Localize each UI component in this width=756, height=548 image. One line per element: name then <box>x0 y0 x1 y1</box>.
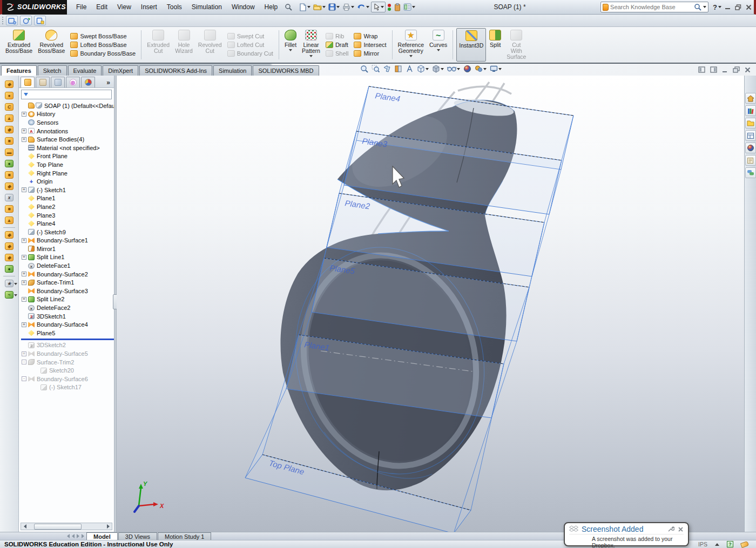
shell-button[interactable]: Shell <box>323 50 350 57</box>
new-caret-icon[interactable] <box>307 6 310 8</box>
tree-item[interactable]: (-) Sketch17 <box>20 383 114 392</box>
extruded-surface-icon[interactable]: ◆ <box>2 79 17 89</box>
tree-item[interactable]: Top Plane <box>20 160 114 169</box>
swept-boss-base-button[interactable]: Swept Boss/Base <box>68 32 138 40</box>
dropbox-notification[interactable]: Screenshot Added A screenshot was added … <box>564 522 689 546</box>
display-manager-tab[interactable] <box>81 77 95 87</box>
tree-item[interactable]: + A Annotations <box>20 127 114 136</box>
tree-item[interactable]: + Boundary-Surface4 <box>20 320 114 329</box>
expand-toggle[interactable] <box>22 120 26 125</box>
offset-surface-icon[interactable]: ● <box>2 158 17 168</box>
surface-fillet-icon[interactable]: ● <box>2 263 17 274</box>
revolved-surface-icon[interactable]: ● <box>2 90 17 100</box>
view-settings-caret-icon[interactable] <box>498 68 502 70</box>
graphics-viewport[interactable]: Plane4 Plane3 Plane2 Plane5 <box>117 76 744 532</box>
hide-show-caret-icon[interactable] <box>457 68 460 70</box>
tree-item[interactable]: Plane4 <box>20 219 114 228</box>
expand-toggle[interactable] <box>22 330 26 335</box>
document-tab[interactable]: Motion Study 1 <box>158 532 211 540</box>
featuremanager-tree-tab[interactable] <box>21 77 35 87</box>
tree-item[interactable]: + Surface Bodies(4) <box>20 135 114 144</box>
revolved-boss-base-button[interactable]: Revolved Boss/Base <box>36 28 67 62</box>
rollback-bar[interactable] <box>21 339 114 340</box>
display-style-icon[interactable] <box>431 64 445 73</box>
doc-minimize-icon[interactable] <box>722 65 728 75</box>
expand-toggle[interactable]: + <box>22 137 26 142</box>
status-lights-icon[interactable] <box>386 2 393 12</box>
print-caret-icon[interactable] <box>351 6 354 8</box>
lofted-cut-button[interactable]: Lofted Cut <box>225 41 275 49</box>
wrap-button[interactable]: Wrap <box>352 32 388 40</box>
tree-item[interactable]: Right Plane <box>20 169 114 178</box>
menu-item[interactable]: View <box>112 1 136 13</box>
lofted-surface-icon[interactable]: ▲ <box>2 113 17 123</box>
reference-geometry-caret-icon[interactable] <box>409 55 413 57</box>
unit-system-label[interactable]: IPS <box>698 541 707 547</box>
tree-item[interactable]: + History <box>20 110 114 119</box>
untrim-surface-icon[interactable]: ◆ <box>2 241 17 251</box>
toolbar-grip[interactable] <box>2 16 4 25</box>
expand-toggle[interactable]: + <box>22 297 26 302</box>
expand-toggle[interactable] <box>22 204 26 209</box>
help-caret-icon[interactable] <box>718 6 721 8</box>
linear-pattern-button[interactable]: Linear Pattern <box>300 28 322 62</box>
revolved-cut-button[interactable]: Revolved Cut <box>196 28 224 62</box>
knit-surface-icon[interactable]: ◆ <box>2 181 17 191</box>
reference-geometry-button[interactable]: ★Reference Geometry <box>396 28 426 62</box>
sketch-tool-icon[interactable] <box>6 16 18 25</box>
replace-face-icon[interactable]: ■ <box>2 204 17 214</box>
curves-button[interactable]: ~Curves <box>427 28 449 62</box>
lofted-boss-base-button[interactable]: Lofted Boss/Base <box>68 41 138 49</box>
previous-view-icon[interactable] <box>382 64 392 73</box>
expand-toggle[interactable] <box>34 368 39 373</box>
curves-icon[interactable]: ~ <box>2 289 17 300</box>
search-commands-icon[interactable] <box>285 3 293 11</box>
tree-root-item[interactable]: SOAP (1) (Default<<Default>_ <box>20 102 114 110</box>
expand-toggle[interactable] <box>22 306 26 310</box>
split-pane-left-icon[interactable] <box>698 65 705 75</box>
tree-item[interactable]: Plane5 <box>20 329 114 337</box>
last-tab-icon[interactable] <box>82 534 84 538</box>
tree-horizontal-scrollbar[interactable] <box>21 523 112 530</box>
edit-appearance-icon[interactable] <box>462 64 473 73</box>
select-caret-icon[interactable] <box>381 6 384 8</box>
tree-item[interactable]: + Origin <box>20 177 114 186</box>
expand-toggle[interactable] <box>22 221 26 226</box>
menu-item[interactable]: Insert <box>136 1 162 13</box>
filled-surface-icon[interactable]: ■ <box>2 136 17 146</box>
boundary-surface-icon[interactable]: ◆ <box>2 124 17 134</box>
scroll-right-icon[interactable] <box>104 523 112 530</box>
doc-restore-icon[interactable] <box>733 65 740 75</box>
delete-face-icon[interactable]: x <box>2 192 17 202</box>
expand-toggle[interactable]: + <box>22 128 26 133</box>
expand-toggle[interactable] <box>22 196 26 201</box>
expand-toggle[interactable] <box>22 314 26 319</box>
command-tab[interactable]: DimXpert <box>103 65 138 76</box>
prev-tab-icon[interactable] <box>72 534 75 538</box>
thicken-icon[interactable]: ▲ <box>2 215 17 225</box>
menu-item[interactable]: Tools <box>162 1 187 13</box>
close-button[interactable] <box>746 4 752 10</box>
new-document-button[interactable] <box>298 2 312 12</box>
tree-item[interactable]: x DeleteFace1 <box>20 261 114 270</box>
expand-toggle[interactable]: + <box>22 112 26 117</box>
boundary-cut-button[interactable]: Boundary Cut <box>225 50 275 57</box>
expand-toggle[interactable] <box>22 263 26 268</box>
menu-item[interactable]: Edit <box>91 1 112 13</box>
tree-item[interactable]: Plane1 <box>20 194 114 203</box>
notification-settings-icon[interactable] <box>667 526 674 532</box>
restore-button[interactable] <box>735 4 741 10</box>
surface-tool-button[interactable] <box>2 275 17 277</box>
expand-toggle[interactable] <box>34 385 39 390</box>
tree-item[interactable]: 3 3DSketch1 <box>20 312 114 321</box>
surface-tool-button[interactable] <box>2 226 17 228</box>
hide-show-items-icon[interactable] <box>446 65 461 73</box>
resources-home-icon[interactable] <box>745 93 756 104</box>
intersect-button[interactable]: Intersect <box>352 41 388 49</box>
expand-toggle[interactable]: + <box>22 187 26 192</box>
expand-toggle[interactable]: + <box>22 238 26 243</box>
curves-caret-icon[interactable] <box>437 49 440 51</box>
expand-toggle[interactable] <box>22 229 26 234</box>
menu-item[interactable]: Help <box>260 1 283 13</box>
tree-item[interactable]: - Boundary-Surface6 <box>20 375 114 383</box>
